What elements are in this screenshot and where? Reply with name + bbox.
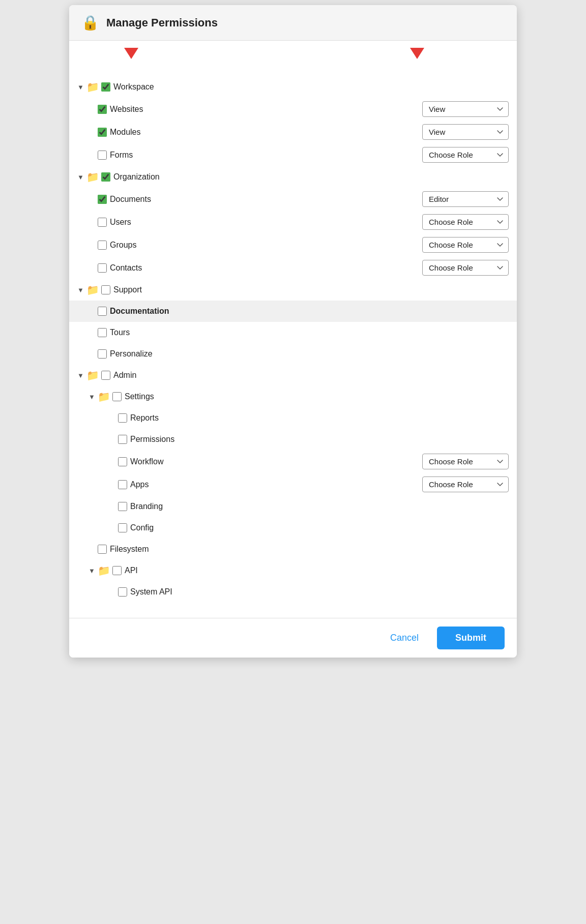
tree-row-apps: Apps Choose Role View Editor [69,473,517,496]
checkbox-documents[interactable] [98,195,107,204]
checkbox-permissions[interactable] [118,435,127,444]
role-select-contacts[interactable]: Choose Role View Editor [422,260,509,276]
tree-row-organization: ▼ 📁 Organization [69,166,517,188]
cancel-button[interactable]: Cancel [382,629,427,647]
tree-row-system-api: System API [69,581,517,603]
folder-icon-admin: 📁 [86,369,99,381]
tree-row-documents: Documents Editor View Choose Role [69,188,517,211]
checkbox-branding[interactable] [118,502,127,511]
chevron-admin[interactable]: ▼ [77,372,86,379]
checkbox-forms[interactable] [98,151,107,160]
label-workspace: Workspace [113,82,509,92]
role-select-workflow[interactable]: Choose Role View Editor [422,454,509,469]
tree-row-settings: ▼ 📁 Settings [69,386,517,407]
checkbox-groups[interactable] [98,241,107,250]
folder-icon-support: 📁 [86,284,99,296]
tree-row-documentation: Documentation [69,301,517,322]
tree-row-personalize: Personalize [69,343,517,365]
checkbox-api[interactable] [112,566,122,575]
submit-button[interactable]: Submit [437,627,505,649]
label-workflow: Workflow [130,457,422,466]
lock-icon: 🔒 [81,14,99,31]
role-select-users[interactable]: Choose Role View Editor [422,214,509,230]
tree-row-contacts: Contacts Choose Role View Editor [69,256,517,279]
tree-row-api: ▼ 📁 API [69,560,517,581]
checkbox-websites[interactable] [98,105,107,114]
label-personalize: Personalize [110,349,509,359]
chevron-settings[interactable]: ▼ [89,393,98,401]
chevron-support[interactable]: ▼ [77,286,86,294]
manage-permissions-modal: 🔒 Manage Permissions ▼ 📁 Workspace [69,5,517,658]
checkbox-filesystem[interactable] [98,545,107,554]
label-modules: Modules [110,128,422,137]
folder-icon-workspace: 📁 [86,81,99,93]
role-select-forms[interactable]: Choose Role View Editor [422,147,509,163]
tree-row-filesystem: Filesystem [69,539,517,560]
checkbox-workflow[interactable] [118,457,127,466]
label-admin: Admin [113,371,509,380]
tree-row-reports: Reports [69,407,517,429]
checkbox-users[interactable] [98,218,107,227]
tree-row-config: Config [69,517,517,539]
modal-footer: Cancel Submit [69,618,517,658]
checkbox-config[interactable] [118,523,127,532]
tree-row-workspace: ▼ 📁 Workspace [69,76,517,98]
tree-row-support: ▼ 📁 Support [69,279,517,301]
checkbox-reports[interactable] [118,413,127,423]
label-websites: Websites [110,105,422,114]
label-api: API [125,566,509,575]
label-documentation: Documentation [110,307,509,316]
label-config: Config [130,523,509,532]
arrow-indicator-2 [410,48,424,59]
label-permissions: Permissions [130,435,509,444]
role-select-documents[interactable]: Editor View Choose Role [422,191,509,207]
label-support: Support [113,285,509,294]
label-documents: Documents [110,195,422,204]
folder-icon-api: 📁 [98,564,110,577]
label-filesystem: Filesystem [110,545,509,554]
label-forms: Forms [110,151,422,160]
modal-header: 🔒 Manage Permissions [69,5,517,41]
folder-icon-organization: 📁 [86,171,99,183]
modal-body: ▼ 📁 Workspace Websites View Editor Choo [69,41,517,618]
checkbox-modules[interactable] [98,128,107,137]
checkbox-system-api[interactable] [118,587,127,597]
modal-title: Manage Permissions [106,16,218,29]
checkbox-contacts[interactable] [98,263,107,273]
folder-icon-settings: 📁 [98,391,110,403]
role-select-websites[interactable]: View Editor Choose Role [422,101,509,117]
chevron-workspace[interactable]: ▼ [77,83,86,91]
tree-row-modules: Modules View Editor Choose Role [69,121,517,143]
checkbox-workspace[interactable] [101,82,110,92]
label-branding: Branding [130,502,509,511]
role-select-apps[interactable]: Choose Role View Editor [422,476,509,492]
tree-row-admin: ▼ 📁 Admin [69,365,517,386]
checkbox-tours[interactable] [98,328,107,337]
chevron-api[interactable]: ▼ [89,567,98,575]
role-select-groups[interactable]: Choose Role View Editor [422,237,509,253]
role-select-modules[interactable]: View Editor Choose Role [422,124,509,140]
arrow-indicator-1 [124,48,138,59]
checkbox-settings[interactable] [112,392,122,401]
checkbox-apps[interactable] [118,480,127,489]
label-system-api: System API [130,587,509,597]
label-reports: Reports [130,413,509,423]
label-apps: Apps [130,480,422,489]
checkbox-admin[interactable] [101,371,110,380]
label-organization: Organization [113,172,509,182]
tree-row-groups: Groups Choose Role View Editor [69,233,517,256]
label-tours: Tours [110,328,509,337]
tree-row-users: Users Choose Role View Editor [69,211,517,233]
checkbox-organization[interactable] [101,172,110,182]
tree-row-branding: Branding [69,496,517,517]
label-groups: Groups [110,241,422,250]
label-users: Users [110,218,422,227]
chevron-organization[interactable]: ▼ [77,173,86,181]
checkbox-support[interactable] [101,285,110,294]
checkbox-personalize[interactable] [98,349,107,359]
tree-row-workflow: Workflow Choose Role View Editor [69,450,517,473]
label-settings: Settings [125,392,509,401]
tree-row-permissions: Permissions [69,429,517,450]
checkbox-documentation[interactable] [98,307,107,316]
tree-row-websites: Websites View Editor Choose Role [69,98,517,121]
